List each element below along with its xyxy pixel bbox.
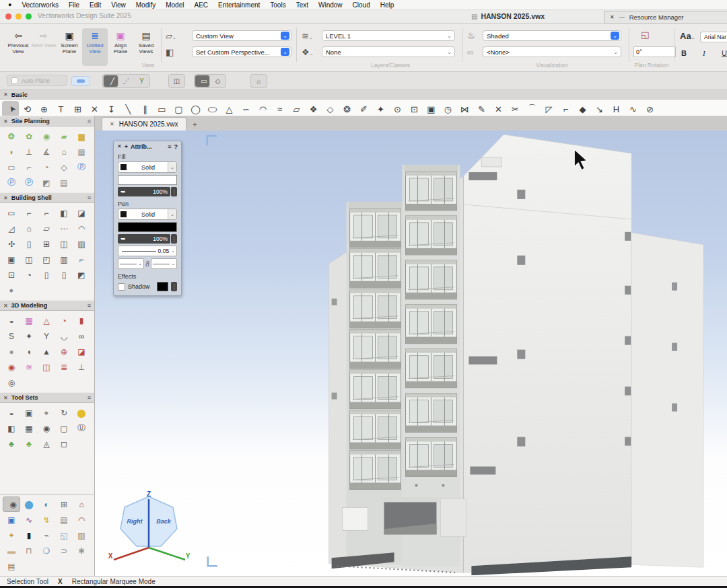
space-tool[interactable]: ▣ [3, 252, 20, 267]
camera-match-tool[interactable]: ◉ [3, 497, 20, 512]
pen-color-well[interactable] [118, 222, 177, 232]
window-wall-tool[interactable]: ▥ [55, 252, 73, 267]
stair-tool[interactable]: ◩ [73, 267, 90, 283]
fillet-tool[interactable]: ⌒ [524, 101, 541, 117]
move-by-points-tool[interactable]: ⊡ [406, 101, 423, 117]
shadow-checkbox[interactable] [118, 283, 125, 291]
bolt-tool[interactable]: ⌁ [38, 527, 55, 543]
chevron-down-icon[interactable]: ⌄ [138, 261, 142, 266]
underline-button[interactable]: U [722, 49, 727, 57]
previous-view-button[interactable]: ⇦ Previous View [5, 28, 31, 66]
chevron-down-icon[interactable]: ⌄ [171, 248, 175, 254]
fit-walls-tool[interactable]: ◰ [38, 252, 55, 267]
plane-mode-indicator[interactable] [71, 76, 90, 86]
walkthrough-tool[interactable]: ◻ [55, 436, 73, 451]
column-base-tool[interactable]: ⌖ [3, 283, 20, 298]
glazing-tool[interactable]: ◱ [55, 527, 73, 543]
close-icon[interactable]: ✕ [3, 118, 8, 124]
close-icon[interactable]: ✕ [117, 143, 122, 149]
selection-tool[interactable]: ➤ [2, 101, 19, 117]
palette-menu-icon[interactable]: ≡ [88, 194, 91, 201]
column-tool[interactable]: ▯ [38, 267, 55, 283]
chevron-down-icon[interactable]: ⌄ [281, 48, 289, 56]
mirror-tool[interactable]: ⋈ [456, 101, 473, 117]
zoom-window-button[interactable] [26, 13, 32, 20]
pen-style-select[interactable]: Solid ⌄ [118, 209, 177, 220]
edit-viewport-tool[interactable]: ▦ [20, 420, 38, 436]
sweep-tool[interactable]: ◔ [55, 313, 73, 328]
subtract-solids-tool[interactable]: ◪ [73, 344, 90, 359]
chevron-down-icon[interactable]: ⌄ [168, 162, 176, 172]
triangle-tool[interactable]: △ [221, 101, 238, 117]
close-icon[interactable]: ✕ [3, 91, 8, 98]
grade-tool[interactable]: ∡ [38, 144, 55, 159]
snap-to-axis[interactable]: Y [134, 75, 149, 87]
text-tool[interactable]: T [53, 101, 69, 117]
water-tool[interactable]: ⬤ [20, 497, 38, 512]
double-line-tool[interactable]: ∥ [137, 101, 153, 117]
cushion-tool[interactable]: ▬ [3, 543, 20, 558]
massing-model-alt-tool[interactable]: ◩ [38, 175, 55, 190]
stake-tool[interactable]: ↧ [103, 101, 120, 117]
barn-roof-tool[interactable]: ⌂ [73, 497, 90, 512]
slab-tool[interactable]: ◪ [73, 205, 90, 221]
shadow-color-swatch[interactable] [157, 282, 168, 291]
polyline-tool[interactable]: ❖ [305, 101, 322, 117]
snap-to-distance[interactable]: ⋰ [118, 75, 134, 87]
plan-rotation-input[interactable]: 0° [633, 46, 676, 57]
close-icon[interactable]: ✕ [3, 303, 8, 309]
attribute-wand-tool[interactable]: ✦ [372, 101, 389, 117]
mesh-tool[interactable]: ✦ [20, 328, 38, 344]
perspective-select[interactable]: Set Custom Perspective... ⌄ [192, 46, 291, 57]
close-icon[interactable]: ✕ [3, 395, 8, 401]
component-join-tool[interactable]: ⌐ [38, 205, 55, 221]
curved-wall-tool[interactable]: ◠ [73, 221, 90, 236]
beam-tool[interactable]: ⊓ [20, 543, 38, 558]
hemisphere-tool[interactable]: ◖ [20, 344, 38, 359]
roof-face-tool[interactable]: ◿ [3, 221, 20, 236]
close-window-button[interactable] [5, 13, 11, 20]
render-mode-teapot-icon[interactable]: ♨ [467, 30, 475, 40]
intersect-solids-tool[interactable]: ◉ [3, 359, 20, 375]
rotate-view-tool[interactable]: ↻ [55, 405, 73, 420]
hardscape-tool[interactable]: ◗ [3, 144, 20, 159]
zoom-tool[interactable]: ⊕ [36, 101, 53, 117]
minimize-window-button[interactable] [15, 13, 22, 20]
roof-tool[interactable]: ⌂ [20, 221, 38, 236]
italic-button[interactable]: I [703, 49, 705, 57]
framing-tool[interactable]: ⊡ [3, 267, 20, 283]
line-style-start-select[interactable]: ⌄ [118, 258, 144, 269]
fill-style-select[interactable]: Solid ⌄ [118, 161, 177, 173]
apple-menu-icon[interactable]: ● [8, 1, 11, 8]
analyze-tool[interactable]: ◎ [3, 375, 20, 390]
palette-menu-icon[interactable]: ≡ [168, 143, 171, 150]
clip-tool[interactable]: ⊘ [642, 101, 658, 117]
power-tool[interactable]: ↯ [38, 512, 55, 527]
regular-polygon-tool[interactable]: ◇ [322, 101, 339, 117]
unified-view-button[interactable]: ≣ Unified View [82, 28, 108, 66]
wall-end-cap-tool[interactable]: ◧ [55, 205, 73, 221]
class-select[interactable]: None ⌄ [322, 46, 455, 57]
eyedropper-tool[interactable]: ✐ [355, 101, 372, 117]
arc-tool[interactable]: ◠ [254, 101, 271, 117]
offset-tool[interactable]: ⌐ [557, 101, 574, 117]
roofing-tool[interactable]: ▱ [38, 221, 55, 236]
drawing-viewport[interactable]: ✕ + Attrib... ≡ ? Fill Solid ⌄ [95, 131, 727, 576]
extrude-tool[interactable]: ▮ [73, 313, 90, 328]
rectangle-tool[interactable]: ▭ [153, 101, 170, 117]
line-tool[interactable]: ╲ [120, 101, 137, 117]
chevron-down-icon[interactable]: ⌄ [281, 32, 289, 40]
polygon-tool[interactable]: ▱ [288, 101, 305, 117]
parking-spaces-tool[interactable]: Ⓟ [73, 159, 90, 175]
retaining-wall-tool[interactable]: ▭ [3, 159, 20, 175]
link-markers-icon[interactable]: 8 [145, 260, 149, 268]
plan-rotation-icon[interactable]: ◱ [641, 30, 649, 40]
auto-plane-checkbox[interactable] [11, 77, 18, 84]
chamfer-tool[interactable]: ◸ [541, 101, 557, 117]
awning-tool[interactable]: ◠ [73, 512, 90, 527]
site-modifier-tool[interactable]: ⌂ [55, 144, 73, 159]
spotlight-tool[interactable]: ◬ [38, 436, 55, 451]
window-tool[interactable]: ⊞ [38, 236, 55, 252]
orientation-cube-widget[interactable]: Z X Y Right Back [107, 488, 191, 564]
plant-tool[interactable]: ◉ [38, 128, 55, 144]
